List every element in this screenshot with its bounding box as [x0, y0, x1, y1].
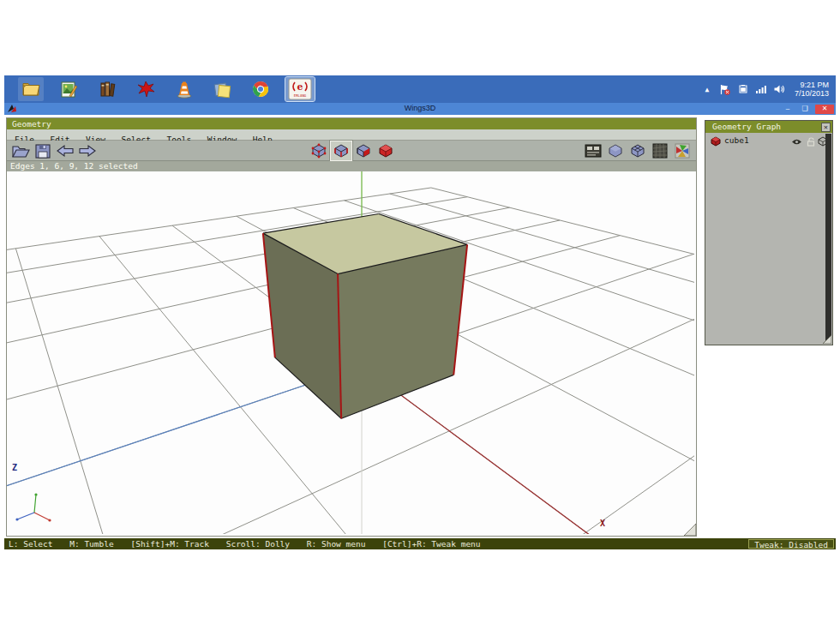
open-file-button[interactable]: [10, 141, 31, 160]
svg-text:X: X: [600, 519, 605, 528]
viewport-3d[interactable]: XZ: [7, 171, 694, 534]
ground-grid-icon: [652, 143, 668, 159]
status-bar: L: Select M: Tumble [Shift]+M: Track Scr…: [4, 538, 836, 549]
tweak-status: Tweak: Disabled: [748, 539, 834, 549]
dialog-panels-icon: [585, 144, 602, 158]
face-mode-button[interactable]: [353, 141, 374, 160]
body-mode-button[interactable]: [375, 141, 396, 160]
hint-scroll: Scroll: Dolly: [226, 539, 290, 549]
restore-button[interactable]: ❑: [798, 105, 812, 114]
file-tool-group: [10, 141, 98, 160]
smooth-cube-icon: [608, 143, 623, 159]
undo-arrow-icon: [56, 144, 75, 158]
lock-icon[interactable]: [807, 137, 815, 147]
axes-icon: [675, 143, 690, 159]
speaker-icon[interactable]: [773, 83, 785, 95]
taskbar-sticky-notes-icon[interactable]: [209, 77, 235, 101]
battery-icon[interactable]: [737, 83, 749, 95]
hint-left-mouse: L: Select: [9, 539, 52, 549]
windows-dialog-button[interactable]: [583, 141, 603, 160]
redo-arrow-icon: [78, 144, 97, 158]
undo-button[interactable]: [55, 141, 75, 160]
geometry-graph-window: Geometry Graph ✕ cube1: [705, 121, 832, 345]
ground-plane-toggle-button[interactable]: [650, 141, 670, 160]
hint-shift-middle: [Shift]+M: Track: [130, 539, 209, 549]
view-options-group: [583, 141, 693, 160]
minimize-button[interactable]: –: [781, 105, 795, 114]
chrome-icon: [250, 79, 271, 99]
hint-ctrl-right: [Ctrl]+R: Tweak menu: [382, 539, 480, 549]
taskbar-file-explorer-icon[interactable]: [18, 77, 44, 101]
svg-text:Z: Z: [12, 463, 17, 472]
toolbar: [7, 141, 696, 161]
taskbar: e ERLANG ▲: [4, 75, 836, 103]
redo-button[interactable]: [77, 141, 98, 160]
geometry-graph-close-icon[interactable]: ✕: [821, 123, 831, 132]
edge-mode-cube-icon: [333, 143, 349, 159]
selection-info-line: Edges 1, 6, 9, 12 selected: [7, 161, 696, 171]
hint-right-mouse: R: Show menu: [307, 539, 366, 549]
list-item[interactable]: cube1: [705, 135, 825, 147]
geometry-window-header[interactable]: Geometry: [7, 118, 696, 129]
viewport-resize-handle[interactable]: [684, 524, 696, 536]
taskbar-photo-editor-icon[interactable]: [57, 77, 82, 101]
taskbar-chrome-icon[interactable]: [248, 77, 273, 101]
geometry-graph-header[interactable]: Geometry Graph: [705, 121, 832, 133]
selection-mode-group: [309, 141, 396, 160]
axes-toggle-button[interactable]: [672, 141, 693, 160]
body-mode-cube-icon: [378, 143, 393, 159]
action-center-flag-icon[interactable]: [719, 83, 731, 95]
graph-resize-handle[interactable]: [823, 335, 831, 344]
svg-text:e: e: [297, 81, 303, 93]
show-hidden-icons-chevron[interactable]: ▲: [701, 83, 713, 95]
scrollbar-track[interactable]: [825, 134, 831, 344]
close-button[interactable]: ✕: [815, 105, 834, 114]
save-file-button[interactable]: [33, 141, 53, 160]
traffic-cone-icon: [174, 79, 195, 99]
folder-icon: [21, 79, 41, 99]
open-folder-icon: [11, 143, 30, 159]
red-creature-icon: [135, 79, 156, 99]
vertex-mode-button[interactable]: [309, 141, 329, 160]
notes-icon: [212, 79, 232, 99]
taskbar-erlang-icon[interactable]: e ERLANG: [285, 77, 315, 101]
photo-editor-icon: [59, 79, 80, 99]
smooth-shaded-view-button[interactable]: [605, 141, 626, 160]
window-title: Wings3D: [4, 104, 836, 112]
taskbar-vlc-icon[interactable]: [171, 77, 197, 101]
face-mode-cube-icon: [356, 143, 371, 159]
vertex-mode-cube-icon: [311, 143, 327, 159]
object-name: cube1: [724, 135, 749, 145]
erlang-label: ERLANG: [294, 93, 307, 98]
floppy-disk-icon: [34, 143, 51, 159]
geometry-window: Geometry File Edit View Select Tools Win…: [7, 118, 696, 536]
window-titlebar[interactable]: Wings3D – ❑ ✕: [4, 103, 836, 115]
system-tray: ▲: [701, 75, 832, 103]
menu-bar: File Edit View Select Tools Window Help: [7, 129, 696, 141]
visibility-eye-icon[interactable]: [791, 138, 802, 146]
tray-date: 7/10/2013: [795, 89, 829, 98]
edge-mode-button[interactable]: [331, 141, 351, 160]
network-signal-icon[interactable]: [755, 83, 767, 95]
hint-middle-mouse: M: Tumble: [69, 539, 113, 549]
books-icon: [98, 79, 118, 99]
erlang-icon: e ERLANG: [288, 78, 312, 100]
wireframe-cube-icon: [630, 143, 645, 159]
object-cube-icon: [711, 136, 721, 147]
taskbar-library-icon[interactable]: [95, 77, 121, 101]
screen: e ERLANG ▲: [0, 0, 840, 630]
clock[interactable]: 9:21 PM 7/10/2013: [795, 81, 829, 98]
tray-time: 9:21 PM: [795, 81, 829, 89]
flat-shaded-view-button[interactable]: [627, 141, 648, 160]
taskbar-red-creature-app-icon[interactable]: [133, 77, 159, 101]
